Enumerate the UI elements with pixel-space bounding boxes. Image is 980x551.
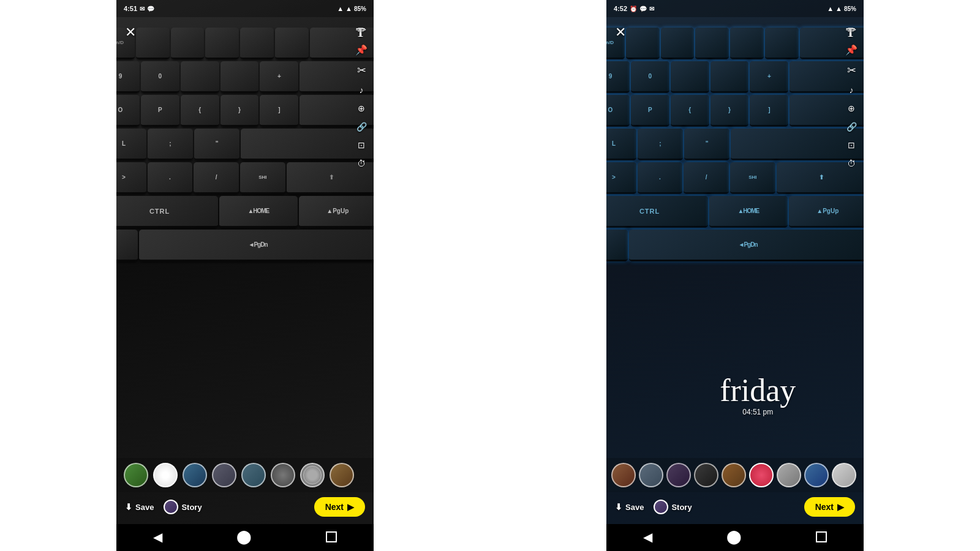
filter-1-left[interactable] (124, 463, 148, 487)
scissors-icon-right[interactable]: ✂ (847, 65, 856, 76)
pencil-icon-left[interactable]: ✏ (357, 24, 366, 36)
next-button-left[interactable]: Next ▶ (314, 497, 365, 517)
filter-strip-right (606, 458, 864, 492)
filter-strip-left (116, 458, 374, 492)
timer-icon-right[interactable]: ⏱ (847, 159, 856, 168)
app-switch-nav-right[interactable] (816, 531, 827, 542)
filter-6-right[interactable] (749, 463, 774, 487)
right-toolbar-left: ✏ 📌 ✂ ♪ ⊕ 🔗 ⊡ ⏱ (355, 20, 368, 168)
filter-8-right[interactable] (804, 463, 829, 487)
filter-1-right[interactable] (611, 463, 636, 487)
filter-4-left[interactable] (212, 463, 236, 487)
status-icon-chat: 💬 (147, 6, 154, 12)
wifi-icon-left: ▲ (337, 5, 344, 12)
back-nav-left[interactable]: ◀ (153, 530, 162, 544)
top-controls-right: ✕ T (606, 20, 864, 45)
back-nav-right[interactable]: ◀ (643, 530, 652, 544)
battery-left: 85% (354, 6, 366, 12)
action-bar-right: ⬇ Save Story Next ▶ (606, 492, 864, 524)
save-icon-left: ⬇ (125, 502, 132, 512)
crop-icon-right[interactable]: ⊡ (848, 141, 855, 149)
scissors-icon-left[interactable]: ✂ (357, 65, 366, 76)
top-controls-left: ✕ T (116, 20, 374, 45)
story-button-right[interactable]: Story (654, 500, 692, 514)
filter-2-right[interactable] (639, 463, 663, 487)
save-button-left[interactable]: ⬇ Save (125, 502, 154, 512)
friday-overlay: friday 04:51 pm (720, 375, 796, 416)
filter-3-right[interactable] (666, 463, 691, 487)
next-arrow-right: ▶ (837, 502, 844, 512)
filter-4-right[interactable] (694, 463, 718, 487)
status-icon-chat-right: 💬 (639, 6, 647, 12)
link-icon-left[interactable]: 🔗 (356, 122, 367, 131)
close-button-right[interactable]: ✕ (615, 24, 626, 40)
nav-bar-right: ◀ ⬤ (606, 524, 864, 551)
phone-right: On/D 9 0 + O P { } (606, 0, 864, 551)
filter-7-right[interactable] (777, 463, 801, 487)
bottom-area-right: ⬇ Save Story Next ▶ ◀ ⬤ (606, 458, 864, 551)
friday-time: 04:51 pm (720, 408, 796, 416)
battery-right: 85% (844, 6, 856, 12)
filter-8-left[interactable] (330, 463, 354, 487)
music-icon-right[interactable]: ♪ (850, 86, 854, 94)
home-nav-right[interactable]: ⬤ (726, 529, 742, 545)
pencil-icon-right[interactable]: ✏ (847, 24, 856, 36)
crop-icon-left[interactable]: ⊡ (358, 141, 365, 149)
story-button-left[interactable]: Story (164, 500, 202, 514)
next-button-right[interactable]: Next ▶ (804, 497, 855, 517)
time-right: 4:52 (614, 5, 627, 12)
filter-6-left[interactable] (271, 463, 295, 487)
timer-icon-left[interactable]: ⏱ (357, 159, 366, 168)
sticker-icon-left[interactable]: 📌 (355, 45, 368, 55)
signal-icon-left: ▲ (345, 5, 352, 12)
next-arrow-left: ▶ (347, 502, 354, 512)
filter-5-right[interactable] (722, 463, 746, 487)
story-avatar-right (654, 500, 668, 514)
search-plus-icon-right[interactable]: ⊕ (848, 104, 855, 113)
phone-left: On/D 9 0 + O P { } (116, 0, 374, 551)
action-bar-left: ⬇ Save Story Next ▶ (116, 492, 374, 524)
signal-icon-right: ▲ (835, 5, 842, 12)
close-button-left[interactable]: ✕ (125, 24, 136, 40)
home-nav-left[interactable]: ⬤ (236, 529, 252, 545)
status-icon-msg: ✉ (140, 6, 145, 12)
filter-7-left[interactable] (300, 463, 325, 487)
filter-5-left[interactable] (241, 463, 266, 487)
friday-text: friday (720, 375, 796, 407)
filter-2-left[interactable] (153, 463, 178, 487)
save-button-right[interactable]: ⬇ Save (615, 502, 644, 512)
status-bar-right: 4:52 ⏰ 💬 ✉ ▲ ▲ 85% (606, 0, 864, 17)
save-icon-right: ⬇ (615, 502, 622, 512)
status-icon-msg-right: ✉ (649, 6, 654, 12)
bottom-area-left: ⬇ Save Story Next ▶ ◀ ⬤ (116, 458, 374, 551)
app-switch-nav-left[interactable] (326, 531, 337, 542)
sticker-icon-right[interactable]: 📌 (845, 45, 858, 55)
time-left: 4:51 (124, 5, 137, 12)
filter-3-left[interactable] (183, 463, 207, 487)
filter-9-right[interactable] (832, 463, 856, 487)
right-toolbar-right: ✏ 📌 ✂ ♪ ⊕ 🔗 ⊡ ⏱ (845, 20, 858, 168)
link-icon-right[interactable]: 🔗 (846, 122, 857, 131)
wifi-icon-right: ▲ (827, 5, 834, 12)
nav-bar-left: ◀ ⬤ (116, 524, 374, 551)
status-icon-alarm: ⏰ (630, 6, 637, 12)
music-icon-left[interactable]: ♪ (360, 86, 364, 94)
search-plus-icon-left[interactable]: ⊕ (358, 104, 365, 113)
story-avatar-left (164, 500, 178, 514)
status-bar-left: 4:51 ✉ 💬 ▲ ▲ 85% (116, 0, 374, 17)
